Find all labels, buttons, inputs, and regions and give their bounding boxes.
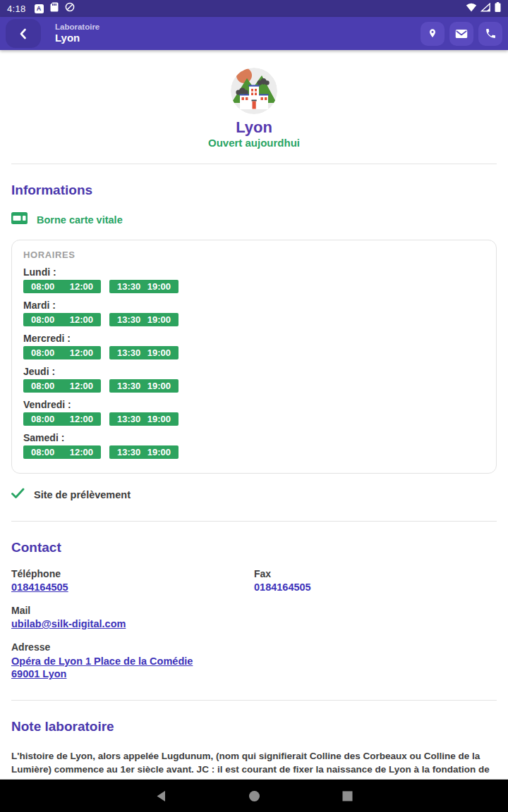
time-slot-chip: 13:3019:00 (109, 313, 179, 326)
section-title-informations: Informations (11, 183, 497, 198)
borne-carte-vitale-row: Borne carte vitale (11, 212, 497, 227)
mail-icon (455, 29, 468, 39)
phone-link[interactable]: 0184164505 (11, 582, 68, 593)
a-notification-icon: A (35, 4, 44, 13)
time-slot-chip: 13:3019:00 (109, 280, 179, 293)
time-slot-chip: 08:0012:00 (23, 346, 101, 359)
address-label: Adresse (11, 641, 497, 653)
phone-block: Téléphone 0184164505 (11, 568, 254, 593)
app-bar: Laboratoire Lyon (0, 17, 508, 50)
address-block: Adresse Opéra de Lyon 1 Place de la Comé… (11, 641, 497, 680)
clock: 4:18 (7, 4, 26, 14)
prelevement-label: Site de prélèvement (34, 489, 131, 500)
mail-link[interactable]: ubilab@silk-digital.com (11, 618, 126, 629)
opening-hours-card: HORAIRES Lundi : 08:0012:00 13:3019:00 M… (11, 240, 497, 474)
schedule-day-lundi: Lundi : 08:0012:00 13:3019:00 (23, 266, 485, 293)
wifi-icon (466, 2, 477, 15)
time-slot-chip: 13:3019:00 (109, 412, 179, 426)
lab-name: Lyon (0, 118, 508, 137)
nav-back-icon (156, 790, 167, 802)
nav-recents-icon (342, 791, 353, 801)
section-title-note: Note laboratoire (11, 719, 497, 734)
schedule-day-mardi: Mardi : 08:0012:00 13:3019:00 (23, 300, 485, 326)
schedule-day-samedi: Samedi : 08:0012:00 13:3019:00 (23, 432, 485, 459)
divider (11, 700, 497, 701)
time-slot-chip: 08:0012:00 (23, 313, 101, 326)
time-slot-chip: 13:3019:00 (109, 445, 179, 459)
time-slot-chip: 13:3019:00 (109, 379, 179, 393)
nav-back-button[interactable] (145, 782, 176, 810)
mail-label: Mail (11, 605, 497, 616)
page-title: Lyon (55, 32, 99, 44)
nav-home-icon (248, 790, 260, 802)
schedule-day-vendredi: Vendredi : 08:0012:00 13:3019:00 (23, 399, 485, 426)
carte-vitale-icon (11, 212, 28, 227)
lab-note-text: L'histoire de Lyon, alors appelée Lugdun… (11, 750, 497, 779)
time-slot-chip: 13:3019:00 (109, 346, 179, 359)
divider (11, 521, 497, 522)
time-slot-chip: 08:0012:00 (23, 280, 101, 293)
fax-block: Fax 0184164505 (254, 568, 497, 593)
cell-signal-icon (480, 2, 491, 15)
email-button[interactable] (449, 22, 473, 46)
do-not-disturb-icon (65, 2, 75, 15)
app-bar-titles: Laboratoire Lyon (55, 23, 99, 44)
back-button[interactable] (6, 19, 41, 48)
horaires-title: HORAIRES (23, 250, 485, 260)
sd-card-icon (50, 2, 59, 15)
locate-button[interactable] (421, 22, 445, 46)
content-scroll-area[interactable]: Lyon Ouvert aujourdhui Informations Born… (0, 50, 508, 779)
address-link[interactable]: Opéra de Lyon 1 Place de la Comédie69001… (11, 655, 193, 680)
location-pin-icon (427, 27, 438, 41)
time-slot-chip: 08:0012:00 (23, 412, 101, 426)
android-nav-bar (0, 779, 508, 812)
prelevement-row: Site de prélèvement (11, 488, 497, 502)
status-bar: 4:18 A (0, 0, 508, 17)
schedule-day-mercredi: Mercredi : 08:0012:00 13:3019:00 (23, 333, 485, 359)
section-title-contact: Contact (11, 540, 497, 555)
time-slot-chip: 08:0012:00 (23, 379, 101, 393)
breadcrumb: Laboratoire (55, 23, 99, 32)
checkmark-icon (11, 488, 25, 502)
borne-carte-vitale-label: Borne carte vitale (37, 214, 123, 226)
phone-icon (485, 27, 497, 39)
lab-detail-screen: 4:18 A Laboratoire (0, 0, 508, 812)
battery-icon (495, 2, 501, 15)
lab-header: Lyon Ouvert aujourdhui (0, 50, 508, 149)
schedule-day-jeudi: Jeudi : 08:0012:00 13:3019:00 (23, 366, 485, 393)
phone-label: Téléphone (11, 568, 254, 579)
nav-recents-button[interactable] (332, 782, 363, 810)
mail-block: Mail ubilab@silk-digital.com (11, 605, 497, 630)
call-button[interactable] (478, 22, 502, 46)
open-status: Ouvert aujourdhui (0, 137, 508, 149)
fax-value: 0184164505 (254, 582, 497, 593)
fax-label: Fax (254, 568, 497, 579)
nav-home-button[interactable] (238, 782, 270, 810)
divider (11, 164, 497, 164)
time-slot-chip: 08:0012:00 (23, 445, 101, 459)
lab-logo (231, 68, 277, 114)
